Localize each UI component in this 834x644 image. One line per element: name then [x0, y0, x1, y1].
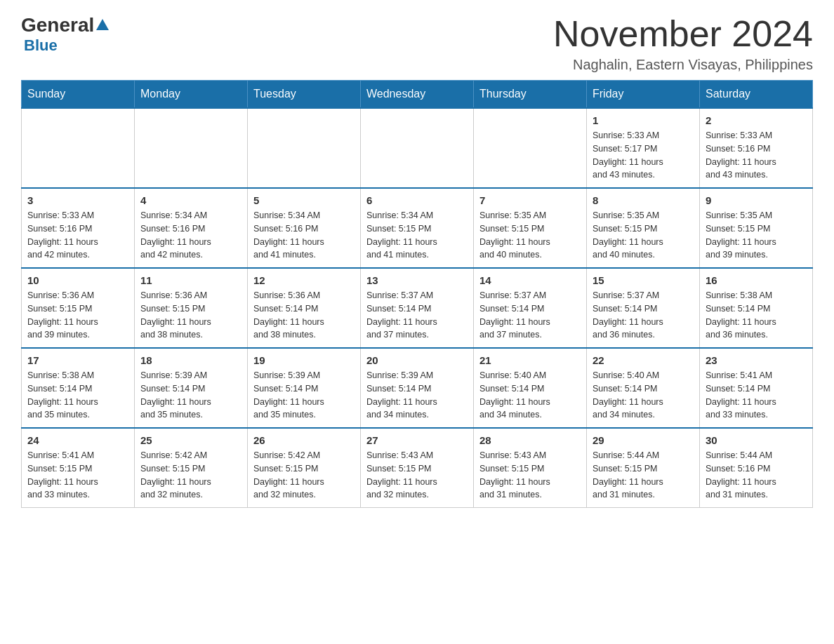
calendar-cell: 16Sunrise: 5:38 AMSunset: 5:14 PMDayligh… [700, 268, 813, 348]
day-info: Sunrise: 5:34 AMSunset: 5:15 PMDaylight:… [366, 209, 468, 262]
day-info: Sunrise: 5:36 AMSunset: 5:15 PMDaylight:… [27, 289, 128, 342]
day-number: 18 [140, 354, 241, 366]
calendar-cell: 1Sunrise: 5:33 AMSunset: 5:17 PMDaylight… [587, 108, 700, 188]
day-number: 19 [253, 354, 355, 366]
day-number: 11 [140, 274, 241, 286]
logo-icon [94, 18, 111, 33]
calendar-table: SundayMondayTuesdayWednesdayThursdayFrid… [21, 80, 813, 508]
day-info: Sunrise: 5:37 AMSunset: 5:14 PMDaylight:… [593, 289, 694, 342]
day-number: 29 [593, 434, 694, 446]
day-number: 7 [479, 194, 581, 206]
calendar-cell: 10Sunrise: 5:36 AMSunset: 5:15 PMDayligh… [22, 268, 135, 348]
day-info: Sunrise: 5:42 AMSunset: 5:15 PMDaylight:… [253, 449, 355, 502]
day-info: Sunrise: 5:40 AMSunset: 5:14 PMDaylight:… [479, 369, 581, 422]
day-number: 9 [706, 194, 807, 206]
day-info: Sunrise: 5:44 AMSunset: 5:15 PMDaylight:… [593, 449, 694, 502]
day-number: 13 [366, 274, 468, 286]
calendar-cell [474, 108, 587, 188]
calendar-cell: 19Sunrise: 5:39 AMSunset: 5:14 PMDayligh… [248, 348, 361, 428]
calendar-week-5: 24Sunrise: 5:41 AMSunset: 5:15 PMDayligh… [22, 428, 813, 508]
day-number: 17 [27, 354, 128, 366]
calendar-cell: 6Sunrise: 5:34 AMSunset: 5:15 PMDaylight… [361, 188, 474, 268]
day-number: 21 [479, 354, 581, 366]
calendar-cell: 28Sunrise: 5:43 AMSunset: 5:15 PMDayligh… [474, 428, 587, 508]
day-number: 3 [27, 194, 128, 206]
calendar-cell: 24Sunrise: 5:41 AMSunset: 5:15 PMDayligh… [22, 428, 135, 508]
weekday-header-row: SundayMondayTuesdayWednesdayThursdayFrid… [22, 81, 813, 109]
calendar-cell: 12Sunrise: 5:36 AMSunset: 5:14 PMDayligh… [248, 268, 361, 348]
calendar-week-3: 10Sunrise: 5:36 AMSunset: 5:15 PMDayligh… [22, 268, 813, 348]
day-info: Sunrise: 5:43 AMSunset: 5:15 PMDaylight:… [479, 449, 581, 502]
day-number: 28 [479, 434, 581, 446]
day-number: 14 [479, 274, 581, 286]
day-number: 20 [366, 354, 468, 366]
calendar-cell [135, 108, 248, 188]
logo-blue-text: Blue [24, 36, 58, 55]
day-info: Sunrise: 5:36 AMSunset: 5:14 PMDaylight:… [253, 289, 355, 342]
day-info: Sunrise: 5:39 AMSunset: 5:14 PMDaylight:… [253, 369, 355, 422]
weekday-header-friday: Friday [587, 81, 700, 109]
calendar-cell: 27Sunrise: 5:43 AMSunset: 5:15 PMDayligh… [361, 428, 474, 508]
weekday-header-wednesday: Wednesday [361, 81, 474, 109]
page-header: General Blue November 2024 Naghalin, Eas… [21, 14, 813, 73]
day-number: 4 [140, 194, 241, 206]
calendar-cell [22, 108, 135, 188]
calendar-cell: 7Sunrise: 5:35 AMSunset: 5:15 PMDaylight… [474, 188, 587, 268]
calendar-cell: 3Sunrise: 5:33 AMSunset: 5:16 PMDaylight… [22, 188, 135, 268]
calendar-cell: 29Sunrise: 5:44 AMSunset: 5:15 PMDayligh… [587, 428, 700, 508]
day-info: Sunrise: 5:34 AMSunset: 5:16 PMDaylight:… [253, 209, 355, 262]
calendar-cell: 5Sunrise: 5:34 AMSunset: 5:16 PMDaylight… [248, 188, 361, 268]
calendar-cell: 23Sunrise: 5:41 AMSunset: 5:14 PMDayligh… [700, 348, 813, 428]
day-number: 8 [593, 194, 694, 206]
day-info: Sunrise: 5:35 AMSunset: 5:15 PMDaylight:… [593, 209, 694, 262]
day-info: Sunrise: 5:34 AMSunset: 5:16 PMDaylight:… [140, 209, 241, 262]
day-number: 25 [140, 434, 241, 446]
svg-marker-0 [96, 19, 109, 30]
weekday-header-monday: Monday [135, 81, 248, 109]
weekday-header-tuesday: Tuesday [248, 81, 361, 109]
calendar-week-1: 1Sunrise: 5:33 AMSunset: 5:17 PMDaylight… [22, 108, 813, 188]
day-number: 22 [593, 354, 694, 366]
calendar-cell: 26Sunrise: 5:42 AMSunset: 5:15 PMDayligh… [248, 428, 361, 508]
day-info: Sunrise: 5:41 AMSunset: 5:14 PMDaylight:… [706, 369, 807, 422]
day-number: 23 [706, 354, 807, 366]
day-info: Sunrise: 5:43 AMSunset: 5:15 PMDaylight:… [366, 449, 468, 502]
day-number: 24 [27, 434, 128, 446]
day-number: 5 [253, 194, 355, 206]
day-number: 30 [706, 434, 807, 446]
calendar-cell: 18Sunrise: 5:39 AMSunset: 5:14 PMDayligh… [135, 348, 248, 428]
calendar-cell: 25Sunrise: 5:42 AMSunset: 5:15 PMDayligh… [135, 428, 248, 508]
day-info: Sunrise: 5:42 AMSunset: 5:15 PMDaylight:… [140, 449, 241, 502]
logo: General Blue [21, 14, 111, 55]
day-number: 10 [27, 274, 128, 286]
day-info: Sunrise: 5:44 AMSunset: 5:16 PMDaylight:… [706, 449, 807, 502]
calendar-week-4: 17Sunrise: 5:38 AMSunset: 5:14 PMDayligh… [22, 348, 813, 428]
day-info: Sunrise: 5:35 AMSunset: 5:15 PMDaylight:… [706, 209, 807, 262]
calendar-cell: 8Sunrise: 5:35 AMSunset: 5:15 PMDaylight… [587, 188, 700, 268]
day-number: 12 [253, 274, 355, 286]
day-info: Sunrise: 5:41 AMSunset: 5:15 PMDaylight:… [27, 449, 128, 502]
day-number: 1 [593, 114, 694, 126]
calendar-week-2: 3Sunrise: 5:33 AMSunset: 5:16 PMDaylight… [22, 188, 813, 268]
day-number: 15 [593, 274, 694, 286]
day-number: 27 [366, 434, 468, 446]
day-info: Sunrise: 5:38 AMSunset: 5:14 PMDaylight:… [27, 369, 128, 422]
day-info: Sunrise: 5:33 AMSunset: 5:16 PMDaylight:… [27, 209, 128, 262]
day-info: Sunrise: 5:36 AMSunset: 5:15 PMDaylight:… [140, 289, 241, 342]
day-info: Sunrise: 5:39 AMSunset: 5:14 PMDaylight:… [140, 369, 241, 422]
calendar-cell: 9Sunrise: 5:35 AMSunset: 5:15 PMDaylight… [700, 188, 813, 268]
day-info: Sunrise: 5:39 AMSunset: 5:14 PMDaylight:… [366, 369, 468, 422]
month-title: November 2024 [553, 14, 813, 54]
day-info: Sunrise: 5:40 AMSunset: 5:14 PMDaylight:… [593, 369, 694, 422]
calendar-cell: 15Sunrise: 5:37 AMSunset: 5:14 PMDayligh… [587, 268, 700, 348]
calendar-cell: 11Sunrise: 5:36 AMSunset: 5:15 PMDayligh… [135, 268, 248, 348]
logo-general-text: General [21, 14, 94, 36]
day-number: 16 [706, 274, 807, 286]
calendar-cell: 30Sunrise: 5:44 AMSunset: 5:16 PMDayligh… [700, 428, 813, 508]
day-info: Sunrise: 5:37 AMSunset: 5:14 PMDaylight:… [479, 289, 581, 342]
day-number: 6 [366, 194, 468, 206]
calendar-cell: 21Sunrise: 5:40 AMSunset: 5:14 PMDayligh… [474, 348, 587, 428]
day-number: 26 [253, 434, 355, 446]
weekday-header-sunday: Sunday [22, 81, 135, 109]
day-info: Sunrise: 5:37 AMSunset: 5:14 PMDaylight:… [366, 289, 468, 342]
